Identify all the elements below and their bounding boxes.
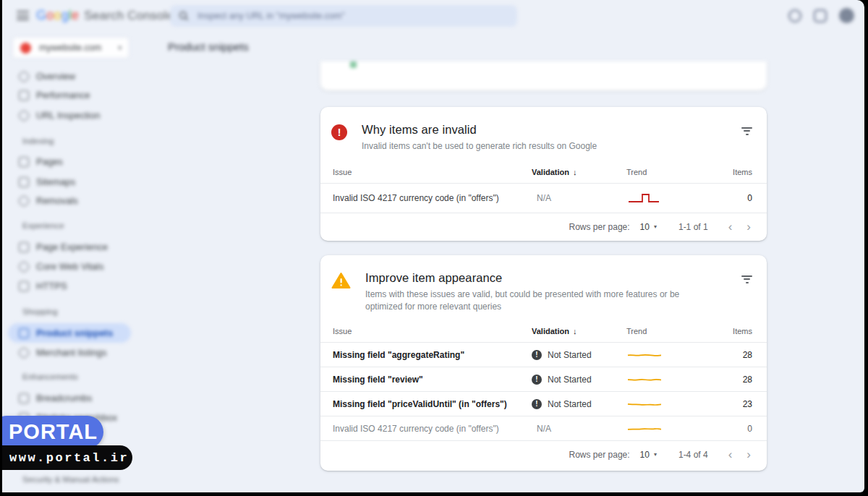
items-count: 23 (713, 399, 767, 409)
apps-icon[interactable] (814, 9, 827, 22)
column-header-issue[interactable]: Issue (320, 168, 532, 176)
sort-descending-icon: ↓ (573, 327, 577, 335)
issue-label: Missing field "priceValidUntil" (in "off… (320, 399, 532, 409)
sidebar-item-core-web-vitals[interactable]: Core Web Vitals (2, 257, 154, 276)
next-page-icon[interactable]: › (746, 221, 751, 233)
validation-value: N/A (532, 424, 626, 434)
rows-per-page-caret-icon[interactable]: ▾ (654, 451, 657, 458)
sort-descending-icon: ↓ (573, 168, 577, 176)
sidebar-item-https[interactable]: HTTPS (2, 276, 154, 296)
url-inspect-search-input[interactable]: Inspect any URL in "mywebsite.com" (170, 5, 517, 27)
column-header-items[interactable]: Items (713, 327, 767, 335)
watermark-url: www.portal.ir (9, 451, 129, 465)
sidebar-item-pages[interactable]: Pages (2, 152, 154, 171)
card-improve-item-appearance: Improve item appearance Items with these… (320, 255, 767, 471)
rows-per-page-value[interactable]: 10 (640, 222, 650, 232)
issue-row[interactable]: Invalid ISO 4217 currency code (in "offe… (320, 184, 767, 213)
column-header-issue[interactable]: Issue (320, 327, 532, 335)
sidebar-item-removals[interactable]: Removals (2, 191, 154, 210)
rows-per-page-value[interactable]: 10 (640, 450, 650, 460)
sidebar-item-breadcrumbs[interactable]: Breadcrumbs (2, 388, 154, 408)
menu-icon[interactable] (17, 11, 29, 20)
column-header-validation[interactable]: Validation↓ (532, 327, 626, 335)
card-title: Why items are invalid (362, 123, 597, 137)
rows-per-page-caret-icon[interactable]: ▾ (654, 223, 657, 230)
app-window: GoogleSearch Console Inspect any URL in … (2, 0, 864, 492)
sidebar-item-performance[interactable]: Performance (2, 85, 154, 105)
items-count: 28 (713, 375, 767, 385)
app-name: Search Console (84, 9, 174, 22)
issue-row[interactable]: Missing field "aggregateRating" ! Not St… (320, 343, 767, 367)
help-icon[interactable] (788, 9, 801, 22)
next-page-icon[interactable]: › (746, 448, 751, 461)
validation-value: Not Started (548, 375, 592, 385)
sidebar-item-merchant-listings[interactable]: Merchant listings (2, 343, 154, 362)
sidebar-section-indexing: Indexing (22, 137, 54, 145)
items-count: 0 (713, 424, 767, 434)
not-started-icon: ! (532, 375, 542, 385)
column-header-validation[interactable]: Validation↓ (532, 168, 626, 176)
search-icon (179, 11, 189, 21)
issue-label: Missing field "review" (320, 375, 532, 385)
trend-sparkline-amber (626, 375, 713, 384)
page-title: Product snippets (168, 40, 249, 53)
search-placeholder: Inspect any URL in "mywebsite.com" (197, 11, 345, 21)
property-name: mywebsite.com (39, 43, 118, 53)
rows-per-page-label: Rows per page: (569, 222, 630, 232)
card-why-items-invalid: ! Why items are invalid Invalid items ca… (320, 107, 767, 241)
watermark-brand: PORTAL (9, 420, 98, 444)
issue-row[interactable]: Missing field "priceValidUntil" (in "off… (320, 392, 767, 416)
items-count: 0 (713, 193, 767, 203)
issue-row[interactable]: Invalid ISO 4217 currency code (in "offe… (320, 416, 767, 441)
sidebar-section-security: Security & Manual Actions (22, 475, 119, 484)
sitemaps-icon (19, 177, 29, 187)
column-header-trend[interactable]: Trend (626, 168, 713, 176)
trend-sparkline-amber (626, 351, 713, 359)
pagination-range: 1-1 of 1 (678, 222, 708, 232)
validation-value: Not Started (548, 350, 592, 360)
sidebar-item-page-experience[interactable]: Page Experience (2, 237, 154, 257)
sidebar-item-sitemaps[interactable]: Sitemaps (2, 172, 154, 192)
performance-icon (19, 90, 29, 101)
scrolled-card-partial (320, 61, 767, 90)
warning-icon (331, 272, 351, 289)
rows-per-page-label: Rows per page: (569, 450, 630, 460)
trend-sparkline-amber (626, 400, 713, 409)
property-icon (20, 43, 31, 54)
issue-label: Missing field "aggregateRating" (320, 350, 532, 360)
validation-value: Not Started (548, 399, 592, 409)
filter-icon[interactable] (741, 275, 752, 284)
sidebar-section-enhancements: Enhancements (22, 372, 78, 381)
breadcrumbs-icon (19, 393, 29, 403)
product-snippets-icon (19, 328, 29, 338)
prev-page-icon[interactable]: ‹ (728, 221, 733, 233)
avatar[interactable] (839, 8, 854, 23)
property-selector[interactable]: mywebsite.com ▾ (12, 37, 129, 59)
trend-sparkline-red (626, 192, 713, 205)
valid-status-dot (350, 61, 357, 68)
card-title: Improve item appearance (365, 271, 711, 285)
issue-row[interactable]: Missing field "review" ! Not Started 28 (320, 367, 767, 392)
page-experience-icon (19, 242, 29, 252)
overview-icon (19, 72, 29, 82)
watermark-url-badge: www.portal.ir (2, 445, 132, 470)
items-count: 28 (713, 350, 767, 360)
validation-badge: ! Not Started (532, 350, 626, 360)
card-subtitle: Invalid items can't be used to generate … (362, 140, 597, 153)
validation-badge: ! Not Started (532, 399, 626, 409)
sidebar-section-experience: Experience (22, 221, 64, 230)
filter-icon[interactable] (741, 127, 752, 136)
column-header-trend[interactable]: Trend (626, 327, 713, 335)
trend-sparkline-amber (626, 424, 713, 433)
prev-page-icon[interactable]: ‹ (728, 448, 733, 461)
removals-icon (19, 196, 29, 206)
sidebar-item-overview[interactable]: Overview (2, 67, 154, 86)
pages-icon (19, 157, 29, 167)
sidebar-item-product-snippets[interactable]: Product snippets (8, 323, 131, 343)
merchant-listings-icon (19, 348, 29, 358)
column-header-items[interactable]: Items (713, 168, 767, 176)
not-started-icon: ! (532, 399, 542, 409)
sidebar-item-url-inspection[interactable]: URL Inspection (2, 106, 154, 125)
watermark-brand-badge: PORTAL (2, 416, 103, 448)
not-started-icon: ! (532, 350, 542, 360)
